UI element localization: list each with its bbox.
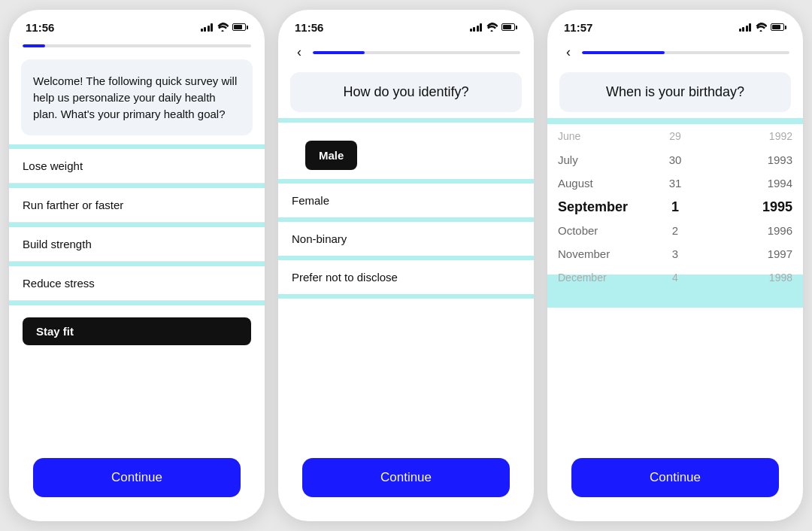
nonbinary-option[interactable]: Non-binary xyxy=(278,222,534,256)
month-june: June xyxy=(555,124,583,147)
month-november: November xyxy=(555,242,613,266)
status-icons-3 xyxy=(739,23,787,32)
progress-fill-1 xyxy=(23,44,45,47)
wifi-icon-1 xyxy=(217,23,229,32)
option-run[interactable]: Run farther or faster xyxy=(9,188,265,223)
wifi-icon-2 xyxy=(486,23,498,32)
day-30: 30 xyxy=(666,147,685,171)
day-1: 1 xyxy=(668,195,682,218)
day-4: 4 xyxy=(669,266,681,290)
time-3: 11:57 xyxy=(564,21,592,34)
month-august: August xyxy=(555,171,596,195)
status-icons-2 xyxy=(470,23,518,32)
battery-icon-2 xyxy=(501,23,517,31)
progress-fill-3 xyxy=(582,51,665,54)
signal-icon-3 xyxy=(739,23,752,32)
progress-track-3 xyxy=(582,51,789,54)
month-october: October xyxy=(555,219,601,242)
stay-fit-button[interactable]: Stay fit xyxy=(23,317,251,345)
screen-content-3: When is your birthday? June July August … xyxy=(547,63,803,458)
progress-area-2: ‹ xyxy=(278,38,534,63)
status-bar-1: 11:56 xyxy=(9,10,265,38)
birthday-separator-top xyxy=(547,118,803,124)
day-29: 29 xyxy=(666,124,684,147)
status-bar-2: 11:56 xyxy=(278,10,534,38)
year-1996: 1996 xyxy=(765,219,795,242)
day-3: 3 xyxy=(669,242,681,266)
time-2: 11:56 xyxy=(295,21,323,34)
option-lose-weight[interactable]: Lose weight xyxy=(9,149,265,184)
progress-area-1 xyxy=(9,38,265,50)
question-text-1: Welcome! The following quick survey will… xyxy=(33,74,237,120)
option-build-strength[interactable]: Build strength xyxy=(9,227,265,262)
gender-question-text: How do you identify? xyxy=(343,84,468,99)
year-1997: 1997 xyxy=(765,242,795,266)
male-option[interactable]: Male xyxy=(305,141,357,170)
continue-button-3[interactable]: Continue xyxy=(571,458,779,497)
phones-container: 11:56 xyxy=(9,10,803,521)
battery-icon-1 xyxy=(232,23,248,31)
progress-area-3: ‹ xyxy=(547,38,803,63)
option-reduce-stress[interactable]: Reduce stress xyxy=(9,266,265,301)
continue-button-1[interactable]: Continue xyxy=(33,458,241,497)
birthday-question-card: When is your birthday? xyxy=(559,72,791,112)
status-bar-3: 11:57 xyxy=(547,10,803,38)
battery-icon-3 xyxy=(771,23,786,31)
back-arrow-2[interactable]: ‹ xyxy=(292,44,307,60)
time-1: 11:56 xyxy=(26,21,54,34)
bottom-area-1: Continue xyxy=(9,458,265,521)
continue-button-2[interactable]: Continue xyxy=(302,458,510,497)
month-column: June July August September October Novem… xyxy=(555,124,635,290)
screen-content-1: Welcome! The following quick survey will… xyxy=(9,50,265,458)
progress-track-2 xyxy=(313,51,520,54)
option-divider-4 xyxy=(9,301,265,305)
day-2: 2 xyxy=(669,219,681,242)
year-column: 1992 1993 1994 1995 1996 1997 1998 xyxy=(715,124,795,290)
year-1994: 1994 xyxy=(765,171,795,195)
question-card-1: Welcome! The following quick survey will… xyxy=(21,59,253,135)
male-option-area: Male xyxy=(278,123,534,179)
day-column: 29 30 31 1 2 3 4 xyxy=(635,124,716,290)
phone-1: 11:56 xyxy=(9,10,265,521)
year-1998: 1998 xyxy=(766,266,795,290)
year-1995: 1995 xyxy=(759,195,795,218)
signal-icon-2 xyxy=(470,23,483,32)
date-picker[interactable]: June July August September October Novem… xyxy=(547,124,803,458)
day-31: 31 xyxy=(666,171,685,195)
progress-track-1 xyxy=(23,44,251,47)
month-july: July xyxy=(555,147,581,171)
gender-question-card: How do you identify? xyxy=(290,72,522,112)
status-icons-1 xyxy=(201,23,249,32)
phone-3: 11:57 ‹ xyxy=(547,10,803,521)
phone-2: 11:56 ‹ xyxy=(278,10,534,521)
birthday-question-text: When is your birthday? xyxy=(606,84,744,99)
year-1992: 1992 xyxy=(766,124,795,147)
signal-icon-1 xyxy=(201,23,214,32)
month-december: December xyxy=(555,266,610,290)
date-picker-columns: June July August September October Novem… xyxy=(547,124,803,290)
wifi-icon-3 xyxy=(755,23,767,32)
female-option[interactable]: Female xyxy=(278,184,534,217)
options-list-1: Lose weight Run farther or faster Build … xyxy=(9,144,265,305)
month-september: September xyxy=(555,195,631,218)
back-arrow-3[interactable]: ‹ xyxy=(561,44,576,60)
prefer-not-option[interactable]: Prefer not to disclose xyxy=(278,260,534,294)
bottom-area-3: Continue xyxy=(547,458,803,521)
year-1993: 1993 xyxy=(765,147,795,171)
screen-content-2: How do you identify? Male Female Non-bin… xyxy=(278,63,534,458)
bottom-area-2: Continue xyxy=(278,458,534,521)
gender-separator-4 xyxy=(278,294,534,299)
progress-fill-2 xyxy=(313,51,365,54)
